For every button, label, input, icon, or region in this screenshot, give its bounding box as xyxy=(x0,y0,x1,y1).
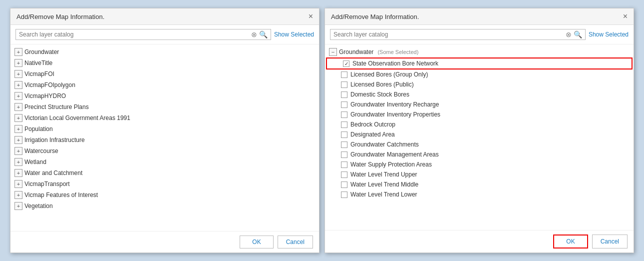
dialog-1-label-precinct: Precinct Structure Plans xyxy=(24,104,89,110)
dialog-2-cancel-button[interactable]: Cancel xyxy=(592,234,628,248)
dialog-2: Add/Remove Map Information. × ⊗ 🔍 Show S… xyxy=(324,8,634,253)
dialog-1-item-victorian-local[interactable]: + Victorian Local Government Areas 1991 xyxy=(10,112,319,124)
dialog-1-footer: OK Cancel xyxy=(10,232,319,252)
dialog-2-child-licensed-bores-group[interactable]: Licensed Bores (Group Only) xyxy=(325,70,634,80)
dialog-1-search-input[interactable] xyxy=(19,31,249,38)
dialog-1-item-nativetitle[interactable]: + NativeTitle xyxy=(10,58,319,68)
dialog-2-label-gw-catchments: Groundwater Catchments xyxy=(350,141,419,148)
dialog-1-item-vicmap-features[interactable]: + Vicmap Features of Interest xyxy=(10,190,319,200)
dialog-1-body: + Groundwater + NativeTitle + VicmapFOI … xyxy=(10,44,319,232)
dialog-2-label-licensed-bores-group: Licensed Bores (Group Only) xyxy=(350,71,428,78)
dialog-2-child-licensed-bores-public[interactable]: Licensed Bores (Public) xyxy=(325,80,634,90)
dialog-1-item-vicmapfoipolygon[interactable]: + VicmapFOIpolygon xyxy=(10,80,319,90)
dialog-2-clear-icon[interactable]: ⊗ xyxy=(566,31,572,38)
dialog-1-expander-water-catchment[interactable]: + xyxy=(14,169,22,177)
dialog-1-expander-precinct[interactable]: + xyxy=(14,103,22,111)
dialog-2-checkbox-bedrock-outcrop[interactable] xyxy=(341,122,347,128)
dialog-2-child-domestic-stock[interactable]: Domestic Stock Bores xyxy=(325,90,634,100)
dialog-1-expander-wetland[interactable]: + xyxy=(14,158,22,166)
dialog-1-expander-vicmaphydro[interactable]: + xyxy=(14,92,22,100)
dialog-2-expander-groundwater[interactable]: − xyxy=(329,48,337,56)
dialog-1-item-population[interactable]: + Population xyxy=(10,124,319,134)
dialog-1-item-irrigation[interactable]: + Irrigation Infrastructure xyxy=(10,134,319,146)
dialog-2-child-gw-inventory-recharge[interactable]: Groundwater Inventory Recharge xyxy=(325,100,634,110)
dialog-1-close-button[interactable]: × xyxy=(309,12,313,20)
dialog-2-close-button[interactable]: × xyxy=(623,12,628,20)
dialog-1-item-watercourse[interactable]: + Watercourse xyxy=(10,146,319,156)
dialog-1-expander-nativetitle[interactable]: + xyxy=(14,59,22,67)
dialog-2-search-input[interactable] xyxy=(333,31,564,38)
dialog-1-item-vicmapfoi[interactable]: + VicmapFOI xyxy=(10,68,319,80)
dialog-1-ok-button[interactable]: OK xyxy=(240,236,273,248)
dialog-1-item-precinct[interactable]: + Precinct Structure Plans xyxy=(10,102,319,112)
dialog-2-label-designated-area: Designated Area xyxy=(350,131,395,138)
dialog-1-header: Add/Remove Map Information. × xyxy=(10,8,319,25)
dialog-2-child-gw-catchments[interactable]: Groundwater Catchments xyxy=(325,140,634,150)
dialog-2-child-designated-area[interactable]: Designated Area xyxy=(325,130,634,140)
dialog-1-expander-victorian-local[interactable]: + xyxy=(14,114,22,122)
dialog-1-item-groundwater[interactable]: + Groundwater xyxy=(10,46,319,58)
dialog-1-label-vicmap-features: Vicmap Features of Interest xyxy=(24,192,98,198)
dialog-2-label-water-level-middle: Water Level Trend Middle xyxy=(350,181,418,188)
dialog-2-label-gw-inventory-properties: Groundwater Inventory Properties xyxy=(350,111,440,118)
dialog-1-show-selected-button[interactable]: Show Selected xyxy=(274,31,314,38)
dialog-1-expander-irrigation[interactable]: + xyxy=(14,136,22,144)
dialog-1-expander-vicmap-features[interactable]: + xyxy=(14,191,22,199)
dialog-1-item-vicmaphydro[interactable]: + VicmapHYDRO xyxy=(10,90,319,102)
dialog-2-checkbox-state-obs-bore[interactable] xyxy=(343,60,349,67)
dialog-2-child-water-level-middle[interactable]: Water Level Trend Middle xyxy=(325,180,634,190)
dialog-2-checkbox-gw-inventory-properties[interactable] xyxy=(341,112,347,118)
dialog-1-label-watercourse: Watercourse xyxy=(24,148,58,154)
dialog-1-expander-watercourse[interactable]: + xyxy=(14,147,22,155)
dialog-1-expander-vicmapfoipolygon[interactable]: + xyxy=(14,81,22,89)
dialog-2-search-icon[interactable]: 🔍 xyxy=(574,31,582,38)
dialog-2-search-box: ⊗ 🔍 xyxy=(330,29,586,40)
dialog-1-label-groundwater: Groundwater xyxy=(24,48,59,56)
dialog-1-item-water-catchment[interactable]: + Water and Catchment xyxy=(10,168,319,178)
dialog-1-cancel-button[interactable]: Cancel xyxy=(278,236,313,248)
dialog-2-checkbox-domestic-stock[interactable] xyxy=(341,92,347,98)
dialog-2-item-groundwater[interactable]: − Groundwater (Some Selected) xyxy=(325,46,634,58)
dialog-2-checkbox-gw-management-areas[interactable] xyxy=(341,152,347,158)
dialog-2-child-water-level-lower[interactable]: Water Level Trend Lower xyxy=(325,190,634,200)
dialog-2-child-water-supply-protection[interactable]: Water Supply Protection Areas xyxy=(325,160,634,170)
dialog-1-label-victorian-local: Victorian Local Government Areas 1991 xyxy=(24,114,130,122)
dialog-2-checkbox-water-level-middle[interactable] xyxy=(341,182,347,188)
dialog-2-label-gw-inventory-recharge: Groundwater Inventory Recharge xyxy=(350,101,439,108)
dialog-2-header: Add/Remove Map Information. × xyxy=(325,8,634,25)
dialog-1-expander-vicmaptransport[interactable]: + xyxy=(14,180,22,188)
dialog-1-expander-vicmapfoi[interactable]: + xyxy=(14,70,22,78)
dialog-2-checkbox-water-level-upper[interactable] xyxy=(341,172,347,178)
dialog-2-checkbox-designated-area[interactable] xyxy=(341,132,347,138)
dialog-2-checkbox-licensed-bores-group[interactable] xyxy=(341,72,347,78)
dialog-1-toolbar: ⊗ 🔍 Show Selected xyxy=(10,25,319,44)
dialog-2-checkbox-licensed-bores-public[interactable] xyxy=(341,82,347,88)
dialog-2-checkbox-gw-catchments[interactable] xyxy=(341,142,347,148)
dialog-1-clear-icon[interactable]: ⊗ xyxy=(251,31,257,38)
dialog-1-item-vegetation[interactable]: + Vegetation xyxy=(10,200,319,212)
dialog-1-expander-vegetation[interactable]: + xyxy=(14,202,22,210)
dialog-1-expander-population[interactable]: + xyxy=(14,125,22,133)
dialog-1-label-irrigation: Irrigation Infrastructure xyxy=(24,136,85,144)
dialog-2-child-gw-inventory-properties[interactable]: Groundwater Inventory Properties xyxy=(325,110,634,120)
dialog-2-child-state-obs-bore[interactable]: State Observation Bore Network xyxy=(326,58,633,70)
dialog-1-expander-groundwater[interactable]: + xyxy=(14,48,22,56)
dialog-2-label-groundwater: Groundwater xyxy=(339,48,373,56)
dialog-1-item-vicmaptransport[interactable]: + VicmapTransport xyxy=(10,178,319,190)
dialog-2-checkbox-water-supply-protection[interactable] xyxy=(341,162,347,168)
dialog-1-label-population: Population xyxy=(24,126,53,132)
dialog-2-label-water-level-lower: Water Level Trend Lower xyxy=(350,191,417,198)
dialog-2-checkbox-gw-inventory-recharge[interactable] xyxy=(341,102,347,108)
dialog-2-child-bedrock-outcrop[interactable]: Bedrock Outcrop xyxy=(325,120,634,130)
dialog-2-label-water-supply-protection: Water Supply Protection Areas xyxy=(350,161,432,168)
dialog-2-ok-button[interactable]: OK xyxy=(553,234,588,248)
dialog-1-search-icon[interactable]: 🔍 xyxy=(259,31,268,38)
dialog-1-item-wetland[interactable]: + Wetland xyxy=(10,156,319,168)
dialog-2-child-water-level-upper[interactable]: Water Level Trend Upper xyxy=(325,170,634,180)
dialog-2-show-selected-button[interactable]: Show Selected xyxy=(589,31,629,38)
dialog-1-title: Add/Remove Map Information. xyxy=(16,13,104,20)
dialog-1-label-vicmapfoipolygon: VicmapFOIpolygon xyxy=(24,82,75,88)
dialog-2-child-gw-management-areas[interactable]: Groundwater Management Areas xyxy=(325,150,634,160)
dialog-2-footer: OK Cancel xyxy=(325,230,634,252)
dialog-2-checkbox-water-level-lower[interactable] xyxy=(341,192,347,198)
